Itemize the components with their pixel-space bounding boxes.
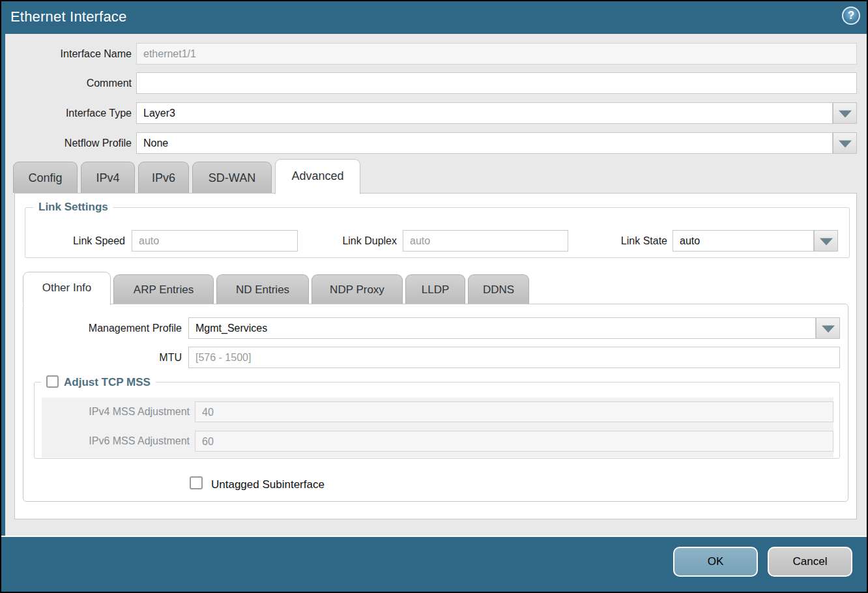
link-speed-field[interactable] <box>132 230 298 252</box>
interface-type-select[interactable]: Layer3 <box>136 102 833 124</box>
chevron-down-icon <box>822 325 835 332</box>
ipv4-mss-field: 40 <box>195 401 833 422</box>
tab-sdwan[interactable]: SD-WAN <box>192 162 272 193</box>
tab-ipv6[interactable]: IPv6 <box>138 162 189 193</box>
management-profile-select[interactable]: Mgmt_Services <box>188 317 816 339</box>
ok-button[interactable]: OK <box>673 547 758 577</box>
link-duplex-label: Link Duplex <box>299 230 397 252</box>
subtab-other-info[interactable]: Other Info <box>23 272 111 305</box>
interface-type-dropdown-button[interactable] <box>833 102 857 124</box>
cancel-button[interactable]: Cancel <box>768 547 852 577</box>
interface-name-label: Interface Name <box>14 43 132 65</box>
link-state-select[interactable]: auto <box>673 230 814 252</box>
dialog-footer: OK Cancel <box>1 536 867 592</box>
frame-left-strip <box>1 34 5 537</box>
subtab-ndp-proxy[interactable]: NDP Proxy <box>311 274 403 304</box>
adjust-tcp-mss-checkbox[interactable] <box>46 375 59 388</box>
link-speed-label: Link Speed <box>27 230 125 252</box>
netflow-profile-label: Netflow Profile <box>14 132 132 154</box>
untagged-subinterface-label: Untagged Subinterface <box>211 478 325 492</box>
link-duplex-field[interactable] <box>403 230 568 252</box>
ipv4-mss-label: IPv4 MSS Adjustment <box>59 401 190 422</box>
tab-advanced[interactable]: Advanced <box>275 159 360 194</box>
interface-type-label: Interface Type <box>14 102 132 124</box>
dialog-title: Ethernet Interface <box>10 8 126 25</box>
help-icon[interactable]: ? <box>842 7 860 25</box>
subtab-nd-entries[interactable]: ND Entries <box>216 274 309 304</box>
netflow-profile-dropdown-button[interactable] <box>833 132 857 154</box>
interface-name-field <box>136 43 857 65</box>
dialog-titlebar: Ethernet Interface ? <box>1 1 867 34</box>
chevron-down-icon <box>839 110 852 117</box>
tab-ipv4[interactable]: IPv4 <box>81 162 135 193</box>
ethernet-interface-dialog: Ethernet Interface ? Interface Name Comm… <box>0 0 868 593</box>
tab-config[interactable]: Config <box>13 162 78 193</box>
subtab-lldp[interactable]: LLDP <box>405 274 465 304</box>
link-state-dropdown-button[interactable] <box>814 230 838 252</box>
link-state-label: Link State <box>570 230 667 252</box>
netflow-profile-select[interactable]: None <box>136 132 833 154</box>
ipv6-mss-field: 60 <box>195 431 833 452</box>
mtu-label: MTU <box>51 347 182 368</box>
adjust-tcp-mss-legend-text: Adjust TCP MSS <box>64 376 151 388</box>
untagged-subinterface-checkbox[interactable] <box>190 476 203 489</box>
ipv6-mss-label: IPv6 MSS Adjustment <box>59 431 190 452</box>
comment-label: Comment <box>14 72 132 94</box>
management-profile-label: Management Profile <box>51 317 182 339</box>
adjust-tcp-mss-legend: Adjust TCP MSS <box>41 373 156 390</box>
comment-field[interactable] <box>136 72 857 94</box>
mtu-field[interactable] <box>188 347 840 368</box>
chevron-down-icon <box>820 238 833 245</box>
subtab-ddns[interactable]: DDNS <box>468 274 529 304</box>
subtab-arp-entries[interactable]: ARP Entries <box>113 274 214 304</box>
management-profile-dropdown-button[interactable] <box>816 317 840 339</box>
link-settings-legend: Link Settings <box>33 199 113 215</box>
chevron-down-icon <box>839 140 852 147</box>
